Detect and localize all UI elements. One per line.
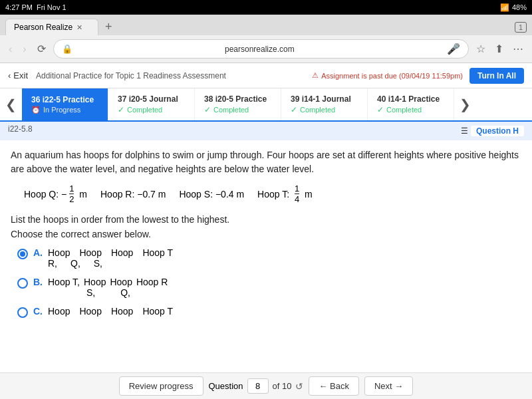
check-icon-2: ✓ [204,105,211,114]
assignment-due: ⚠ Assignment is past due (09/04/19 11:59… [312,71,463,80]
clock-icon: ⏰ [31,106,41,114]
progress-tab-1[interactable]: 37 i20-5 Journal ✓ Completed [108,88,195,120]
header-left: ‹ Exit Additional Practice for Topic 1 R… [8,70,226,80]
choice-b-label: B. [33,277,43,287]
tab-1-title: 37 i20-5 Journal [118,94,185,104]
progress-tab-2[interactable]: 38 i20-5 Practice ✓ Completed [195,88,281,120]
tab-bar: Pearson Realize ✕ + 1 [0,15,532,35]
tab-3-title: 39 i14-1 Journal [291,94,358,104]
warning-icon: ⚠ [312,71,319,80]
tab-close-btn[interactable]: ✕ [76,23,82,32]
forward-nav-btn[interactable]: › [19,42,29,57]
time: 4:27 PM [5,3,33,11]
hoops-row: Hoop Q: − 1 2 m Hoop R: −0.7 m Hoop S: −… [24,184,521,203]
choice-c-items: Hoop Hoop Hoop Hoop T [48,306,173,317]
answer-choices: A. Hoop Hoop Hoop Hoop T R, Q, S, [17,247,521,318]
battery: 48% [512,3,527,11]
choice-b-row1: Hoop T, Hoop Hoop Hoop R [48,277,168,287]
choice-c-label: C. [33,306,43,317]
hoop-r: Hoop R: −0.7 m [100,189,166,200]
reload-btn[interactable]: ⟳ [34,41,49,57]
tab-label: Pearson Realize [14,23,72,32]
question-label: Question [209,381,243,391]
hoop-t-fraction: 1 4 [295,184,299,203]
refresh-btn[interactable]: ↺ [295,381,303,392]
bookmark-btn[interactable]: ☆ [473,41,489,57]
status-bar: 4:27 PM Fri Nov 1 📶 48% [0,0,532,15]
question-nav: Question of 10 ↺ [209,378,304,394]
review-progress-btn[interactable]: Review progress [119,376,203,396]
list-icon: ☰ [461,126,468,136]
tab-count: 1 [515,22,527,33]
back-nav-btn[interactable]: ‹ [5,42,15,57]
share-btn[interactable]: ⬆ [491,41,507,57]
nav-right-buttons: ☆ ⬆ ⋯ [473,41,527,57]
tabs-prev-btn[interactable]: ❮ [0,88,22,120]
choice-a-row2: R, Q, S, [48,258,173,269]
choice-a[interactable]: A. Hoop Hoop Hoop Hoop T R, Q, S, [17,247,521,269]
question-content: An aquarium has hoops for dolphins to sw… [0,140,532,334]
question-of: of 10 [273,381,292,391]
choice-c[interactable]: C. Hoop Hoop Hoop Hoop T [17,306,521,318]
next-btn[interactable]: Next → [364,376,413,396]
back-btn[interactable]: ← Back [309,376,359,396]
url-text: pearsonrealize.com [76,45,443,54]
progress-tab-4[interactable]: 40 i14-1 Practice ✓ Completed [368,88,454,120]
question-text: An aquarium has hoops for dolphins to sw… [11,148,521,176]
lock-icon: 🔒 [62,44,72,54]
active-tab[interactable]: Pearson Realize ✕ [5,19,98,35]
choice-a-items: Hoop Hoop Hoop Hoop T R, Q, S, [48,247,173,269]
exit-btn[interactable]: ‹ Exit [8,70,28,80]
tabs-next-btn[interactable]: ❯ [454,88,476,120]
check-icon-1: ✓ [118,105,124,114]
hoop-q: Hoop Q: − 1 2 m [24,184,87,203]
due-text: Assignment is past due (09/04/19 11:59pm… [321,72,463,80]
new-tab-btn[interactable]: + [101,19,116,35]
hoop-q-fraction: 1 2 [69,184,74,203]
breadcrumb: Additional Practice for Topic 1 Readines… [36,71,226,80]
wifi-icon: 📶 [500,3,509,12]
tab-0-status: ⏰ In Progress [31,106,98,114]
choice-b[interactable]: B. Hoop T, Hoop Hoop Hoop R S, Q, [17,277,521,298]
choice-a-label: A. [33,247,43,258]
tab-4-status: ✓ Completed [377,105,444,114]
nav-bar: ‹ › ⟳ 🔒 pearsonrealize.com 🎤 ☆ ⬆ ⋯ [0,35,532,63]
radio-a[interactable] [17,249,28,259]
turn-in-btn[interactable]: Turn In All [469,68,524,84]
tab-2-title: 38 i20-5 Practice [204,94,271,104]
radio-b[interactable] [17,278,28,289]
section-bar: i22-5.8 ☰ Question H [0,122,532,140]
question-number-input[interactable] [247,378,269,394]
browser-chrome: Pearson Realize ✕ + 1 ‹ › ⟳ 🔒 pearsonrea… [0,15,532,63]
hoop-s: Hoop S: −0.4 m [179,189,244,200]
section-label: i22-5.8 [8,124,33,134]
tab-2-status: ✓ Completed [204,105,271,114]
more-btn[interactable]: ⋯ [509,41,527,57]
choice-b-row2: S, Q, [86,287,168,298]
progress-tab-0[interactable]: 36 i22-5 Practice ⏰ In Progress [22,88,108,120]
hoop-t: Hoop T: 1 4 m [257,184,313,203]
tab-0-title: 36 i22-5 Practice [31,95,98,104]
mic-icon[interactable]: 🎤 [447,43,460,55]
progress-tab-3[interactable]: 39 i14-1 Journal ✓ Completed [281,88,368,120]
date: Fri Nov 1 [37,3,66,11]
exit-label: Exit [13,70,28,80]
check-icon-3: ✓ [291,105,297,114]
radio-a-fill [20,251,25,257]
choice-b-items: Hoop T, Hoop Hoop Hoop R S, Q, [48,277,168,298]
question-h-label: Question H [471,126,524,136]
radio-c[interactable] [17,307,28,318]
choice-a-row1: Hoop Hoop Hoop Hoop T [48,247,173,258]
choose-text: Choose the correct answer below. [11,229,521,239]
check-icon-4: ✓ [377,105,384,114]
tab-3-status: ✓ Completed [291,105,358,114]
tab-4-title: 40 i14-1 Practice [377,94,444,104]
footer: Review progress Question of 10 ↺ ← Back … [0,372,532,399]
choice-c-row1: Hoop Hoop Hoop Hoop T [48,306,173,317]
tab-1-status: ✓ Completed [118,105,185,114]
header-right: ⚠ Assignment is past due (09/04/19 11:59… [312,68,524,84]
address-bar[interactable]: 🔒 pearsonrealize.com 🎤 [53,39,469,59]
progress-tabs: ❮ 36 i22-5 Practice ⏰ In Progress 37 i20… [0,88,532,122]
list-question: List the hoops in order from the lowest … [11,214,521,225]
tab-0-code: i22-5 Practice [43,95,94,104]
